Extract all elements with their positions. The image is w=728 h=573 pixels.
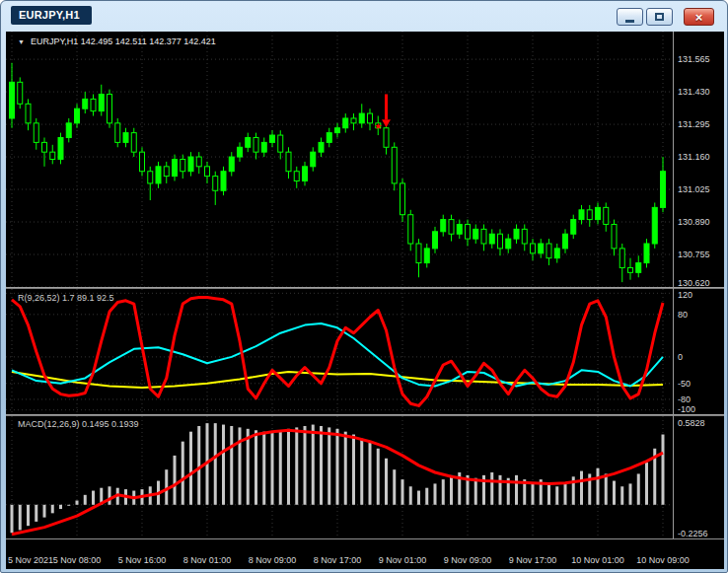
macd-histogram-bar <box>564 482 567 505</box>
minimize-icon <box>625 20 634 23</box>
minimize-button[interactable] <box>617 8 643 26</box>
window-title: EURJPY,H1 <box>11 6 92 25</box>
oscillator-scale-label: -100 <box>678 404 695 414</box>
macd-chart[interactable] <box>6 416 673 538</box>
price-label: 131.160 <box>678 152 710 162</box>
macd-histogram-bar <box>174 456 177 505</box>
time-label: 10 Nov 09:00 <box>636 555 690 565</box>
price-axis-border <box>673 32 674 538</box>
macd-histogram-bar <box>637 473 640 504</box>
macd-histogram-bar <box>230 426 233 505</box>
oscillator-chart[interactable] <box>6 289 673 414</box>
price-label: 131.295 <box>678 119 710 129</box>
macd-histogram-bar <box>450 475 453 505</box>
macd-histogram-bar <box>239 427 242 504</box>
macd-histogram-bar <box>352 435 355 505</box>
macd-histogram-bar <box>532 482 535 505</box>
macd-histogram-bar <box>369 443 372 505</box>
dropdown-icon[interactable]: ▼ <box>18 38 25 45</box>
macd-histogram-bar <box>279 432 282 505</box>
macd-histogram-bar <box>377 449 380 505</box>
macd-histogram-bar <box>189 432 192 505</box>
chart-client-area: ▼ EURJPY,H1 142.495 142.511 142.377 142.… <box>6 32 724 569</box>
macd-histogram-bar <box>84 495 87 505</box>
time-label: 9 Nov 09:00 <box>444 555 492 565</box>
macd-histogram-bar <box>59 505 62 509</box>
macd-histogram-bar <box>385 459 388 505</box>
macd-scale-label: -0.2256 <box>678 529 708 538</box>
macd-histogram-bar <box>434 483 437 504</box>
price-label: 131.565 <box>678 54 710 64</box>
macd-histogram-bar <box>401 479 404 505</box>
oscillator-scale-label: -80 <box>678 394 691 404</box>
macd-histogram-bar <box>76 501 79 505</box>
macd-histogram-bar <box>19 505 22 531</box>
oscillator-scale-label: -50 <box>678 379 691 389</box>
candlestick-chart[interactable]: ★ <box>6 32 673 287</box>
macd-histogram-bar <box>417 491 420 505</box>
macd-histogram-bar <box>304 426 307 505</box>
macd-histogram-bar <box>197 426 200 505</box>
macd-label: MACD(12,26,9) 0.1495 0.1939 <box>18 419 139 429</box>
ohlc-info: ▼ EURJPY,H1 142.495 142.511 142.377 142.… <box>18 36 216 46</box>
oscillator-scale-label: 120 <box>678 290 692 300</box>
time-label: 8 Nov 01:00 <box>183 555 232 565</box>
macd-histogram-bar <box>597 468 600 505</box>
macd-histogram-bar <box>344 432 347 505</box>
macd-histogram-bar <box>336 429 339 505</box>
macd-histogram-bar <box>35 505 37 522</box>
macd-histogram-bar <box>43 505 46 518</box>
close-icon: × <box>695 11 703 24</box>
price-label: 130.755 <box>678 250 710 259</box>
macd-histogram-bar <box>605 473 608 504</box>
macd-histogram-bar <box>425 488 428 505</box>
macd-histogram-bar <box>613 481 616 505</box>
sell-arrow-annotation <box>382 95 391 128</box>
time-label: 5 Nov 2021 <box>8 555 53 565</box>
time-label: 5 Nov 08:00 <box>53 555 102 565</box>
macd-histogram-bar <box>182 442 184 505</box>
star-annotation: ★ <box>374 121 382 131</box>
macd-histogram-bar <box>629 483 632 504</box>
price-label: 130.620 <box>678 278 710 288</box>
time-label: 5 Nov 16:00 <box>118 555 167 565</box>
macd-histogram-bar <box>409 486 412 505</box>
macd-histogram-bar <box>67 505 70 506</box>
price-label: 131.430 <box>678 87 710 97</box>
price-label: 131.025 <box>678 184 710 194</box>
macd-histogram-bar <box>328 427 330 504</box>
macd-histogram-bar <box>51 505 54 514</box>
macd-histogram-bar <box>247 429 250 505</box>
macd-histogram-bar <box>320 426 323 505</box>
macd-histogram-bar <box>262 432 265 505</box>
pane-separator <box>6 538 724 539</box>
macd-histogram-bar <box>393 469 396 505</box>
chart-window: EURJPY,H1 × ▼ EURJPY,H1 142.495 142.511 … <box>0 0 728 573</box>
oscillator-scale-label: 80 <box>678 310 688 320</box>
macd-scale-label: 0.5828 <box>678 418 705 428</box>
macd-histogram-bar <box>287 429 290 505</box>
macd-histogram-bar <box>515 475 518 505</box>
macd-histogram-bar <box>92 491 95 505</box>
time-label: 9 Nov 01:00 <box>379 555 427 565</box>
macd-histogram-bar <box>490 472 493 505</box>
macd-histogram-bar <box>271 433 274 505</box>
macd-histogram-bar <box>360 439 363 505</box>
ohlc-text: EURJPY,H1 142.495 142.511 142.377 142.42… <box>31 36 216 46</box>
time-label: 10 Nov 01:00 <box>571 555 624 565</box>
macd-histogram-bar <box>474 478 477 505</box>
restore-button[interactable] <box>646 8 673 26</box>
macd-histogram-bar <box>442 479 445 505</box>
macd-histogram-bar <box>662 435 665 505</box>
macd-histogram-bar <box>580 471 583 505</box>
close-button[interactable]: × <box>684 8 714 26</box>
macd-histogram-bar <box>109 486 111 505</box>
macd-histogram-bar <box>312 425 315 505</box>
time-label: 8 Nov 17:00 <box>314 555 362 565</box>
macd-histogram-bar <box>499 475 502 505</box>
macd-histogram-bar <box>547 483 550 504</box>
price-label: 130.890 <box>678 217 710 227</box>
time-label: 8 Nov 09:00 <box>249 555 297 565</box>
macd-histogram-bar <box>214 423 217 505</box>
macd-histogram-bar <box>295 427 298 504</box>
